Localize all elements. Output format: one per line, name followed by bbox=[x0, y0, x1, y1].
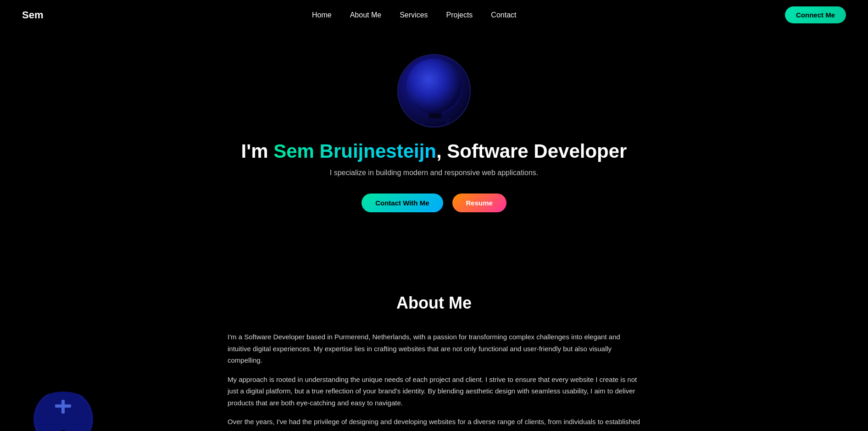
nav-item-contact[interactable]: Contact bbox=[491, 11, 516, 19]
avatar-illustration bbox=[398, 55, 471, 127]
nav-item-services[interactable]: Services bbox=[400, 11, 428, 19]
nav-link-services[interactable]: Services bbox=[400, 11, 428, 19]
about-paragraph-2: My approach is rooted in understanding t… bbox=[228, 374, 640, 409]
hero-buttons: Contact With Me Resume bbox=[362, 193, 506, 212]
navbar: Sem Home About Me Services Projects Cont… bbox=[0, 0, 868, 30]
svg-rect-12 bbox=[55, 404, 71, 408]
svg-rect-8 bbox=[445, 121, 449, 127]
nav-links: Home About Me Services Projects Contact bbox=[312, 11, 516, 19]
nav-link-about[interactable]: About Me bbox=[350, 11, 381, 19]
svg-rect-6 bbox=[419, 118, 451, 121]
svg-rect-7 bbox=[421, 121, 425, 127]
avatar-moon-bg bbox=[398, 55, 471, 127]
about-paragraph-3: Over the years, I've had the privilege o… bbox=[228, 416, 640, 431]
nav-item-about[interactable]: About Me bbox=[350, 11, 381, 19]
hero-subtitle: I specialize in building modern and resp… bbox=[330, 169, 539, 177]
svg-rect-2 bbox=[433, 68, 436, 82]
hero-title-prefix: I'm bbox=[241, 140, 274, 162]
nav-item-home[interactable]: Home bbox=[312, 11, 332, 19]
contact-with-me-button[interactable]: Contact With Me bbox=[362, 193, 443, 212]
resume-button[interactable]: Resume bbox=[452, 193, 506, 212]
nav-link-projects[interactable]: Projects bbox=[446, 11, 473, 19]
hero-name: Sem Bruijnesteijn bbox=[273, 140, 436, 162]
about-title: About Me bbox=[22, 293, 846, 313]
about-content: I'm a Software Developer based in Purmer… bbox=[228, 331, 640, 431]
svg-point-4 bbox=[430, 96, 440, 105]
site-logo: Sem bbox=[22, 9, 43, 21]
nav-link-home[interactable]: Home bbox=[312, 11, 332, 19]
page-wrapper: Sem Home About Me Services Projects Cont… bbox=[0, 0, 868, 431]
hero-title: I'm Sem Bruijnesteijn, Software Develope… bbox=[241, 140, 627, 162]
avatar bbox=[397, 54, 471, 127]
svg-rect-5 bbox=[428, 106, 441, 119]
about-section: About Me I'm a Software Developer based … bbox=[0, 266, 868, 431]
hero-section: I'm Sem Bruijnesteijn, Software Develope… bbox=[0, 0, 868, 229]
nav-link-contact[interactable]: Contact bbox=[491, 11, 516, 19]
nav-item-projects[interactable]: Projects bbox=[446, 11, 473, 19]
hero-title-suffix: , Software Developer bbox=[436, 140, 627, 162]
about-paragraph-1: I'm a Software Developer based in Purmer… bbox=[228, 331, 640, 366]
svg-rect-3 bbox=[427, 72, 442, 76]
svg-point-1 bbox=[410, 62, 460, 112]
connect-me-button[interactable]: Connect Me bbox=[785, 6, 846, 23]
svg-point-0 bbox=[408, 61, 462, 114]
